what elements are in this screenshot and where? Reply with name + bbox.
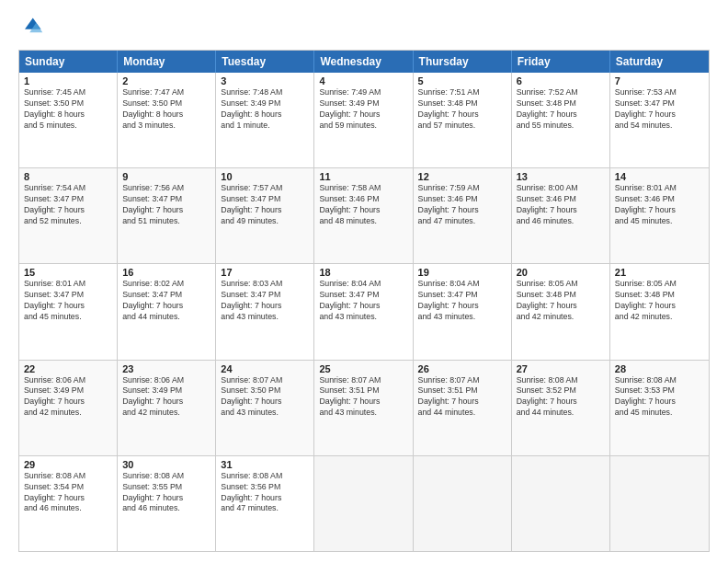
day-info: Sunrise: 8:00 AMSunset: 3:46 PMDaylight:…: [517, 183, 605, 227]
calendar-cell: 13Sunrise: 8:00 AMSunset: 3:46 PMDayligh…: [512, 168, 610, 263]
day-number: 30: [122, 459, 210, 470]
calendar-cell: [314, 456, 413, 551]
calendar-cell: 16Sunrise: 8:02 AMSunset: 3:47 PMDayligh…: [118, 264, 216, 359]
calendar-cell: 11Sunrise: 7:58 AMSunset: 3:46 PMDayligh…: [314, 168, 413, 263]
calendar-cell: 3Sunrise: 7:48 AMSunset: 3:49 PMDaylight…: [216, 73, 314, 167]
day-info: Sunrise: 7:59 AMSunset: 3:46 PMDaylight:…: [418, 183, 506, 227]
calendar-cell: 29Sunrise: 8:08 AMSunset: 3:54 PMDayligh…: [19, 456, 118, 551]
day-info: Sunrise: 8:07 AMSunset: 3:51 PMDaylight:…: [319, 375, 407, 419]
day-number: 6: [517, 75, 605, 86]
day-number: 22: [24, 363, 112, 374]
day-info: Sunrise: 8:05 AMSunset: 3:48 PMDaylight:…: [615, 279, 704, 323]
day-info: Sunrise: 8:08 AMSunset: 3:55 PMDaylight:…: [122, 471, 210, 515]
calendar-cell: 7Sunrise: 7:53 AMSunset: 3:47 PMDaylight…: [610, 73, 709, 167]
calendar-header-saturday: Saturday: [610, 51, 709, 73]
calendar: SundayMondayTuesdayWednesdayThursdayFrid…: [18, 50, 710, 552]
calendar-cell: 18Sunrise: 8:04 AMSunset: 3:47 PMDayligh…: [314, 264, 413, 359]
calendar-cell: 10Sunrise: 7:57 AMSunset: 3:47 PMDayligh…: [216, 168, 314, 263]
calendar-cell: 17Sunrise: 8:03 AMSunset: 3:47 PMDayligh…: [216, 264, 314, 359]
calendar-header-row: SundayMondayTuesdayWednesdayThursdayFrid…: [19, 51, 709, 73]
day-number: 29: [24, 459, 112, 470]
page: SundayMondayTuesdayWednesdayThursdayFrid…: [0, 0, 728, 563]
calendar-cell: 12Sunrise: 7:59 AMSunset: 3:46 PMDayligh…: [414, 168, 512, 263]
day-number: 25: [319, 363, 407, 374]
day-info: Sunrise: 8:07 AMSunset: 3:51 PMDaylight:…: [418, 375, 506, 419]
day-info: Sunrise: 8:06 AMSunset: 3:49 PMDaylight:…: [122, 375, 210, 419]
calendar-week-3: 15Sunrise: 8:01 AMSunset: 3:47 PMDayligh…: [19, 263, 709, 359]
calendar-header-tuesday: Tuesday: [216, 51, 314, 73]
calendar-cell: 15Sunrise: 8:01 AMSunset: 3:47 PMDayligh…: [19, 264, 118, 359]
day-info: Sunrise: 7:58 AMSunset: 3:46 PMDaylight:…: [319, 183, 407, 227]
calendar-cell: 14Sunrise: 8:01 AMSunset: 3:46 PMDayligh…: [610, 168, 709, 263]
day-number: 21: [615, 267, 704, 278]
day-info: Sunrise: 8:08 AMSunset: 3:54 PMDaylight:…: [24, 471, 112, 515]
calendar-body: 1Sunrise: 7:45 AMSunset: 3:50 PMDaylight…: [19, 73, 709, 551]
day-info: Sunrise: 8:08 AMSunset: 3:56 PMDaylight:…: [221, 471, 309, 515]
calendar-cell: 4Sunrise: 7:49 AMSunset: 3:49 PMDaylight…: [314, 73, 413, 167]
day-info: Sunrise: 7:56 AMSunset: 3:47 PMDaylight:…: [122, 183, 210, 227]
day-info: Sunrise: 8:08 AMSunset: 3:52 PMDaylight:…: [517, 375, 605, 419]
calendar-header-sunday: Sunday: [19, 51, 118, 73]
calendar-week-2: 8Sunrise: 7:54 AMSunset: 3:47 PMDaylight…: [19, 167, 709, 263]
day-number: 10: [221, 171, 309, 182]
calendar-cell: 28Sunrise: 8:08 AMSunset: 3:53 PMDayligh…: [610, 361, 709, 455]
day-number: 17: [221, 267, 309, 278]
day-info: Sunrise: 7:57 AMSunset: 3:47 PMDaylight:…: [221, 183, 309, 227]
calendar-cell: 20Sunrise: 8:05 AMSunset: 3:48 PMDayligh…: [512, 264, 610, 359]
day-info: Sunrise: 7:52 AMSunset: 3:48 PMDaylight:…: [517, 87, 605, 132]
calendar-cell: 23Sunrise: 8:06 AMSunset: 3:49 PMDayligh…: [118, 361, 216, 455]
day-number: 2: [122, 75, 210, 86]
calendar-cell: 1Sunrise: 7:45 AMSunset: 3:50 PMDaylight…: [19, 73, 118, 167]
calendar-header-friday: Friday: [512, 51, 610, 73]
day-number: 14: [615, 171, 704, 182]
day-number: 31: [221, 459, 309, 470]
calendar-cell: [414, 456, 512, 551]
day-number: 20: [517, 267, 605, 278]
day-info: Sunrise: 8:06 AMSunset: 3:49 PMDaylight:…: [24, 375, 112, 419]
day-info: Sunrise: 8:02 AMSunset: 3:47 PMDaylight:…: [122, 279, 210, 323]
day-info: Sunrise: 7:49 AMSunset: 3:49 PMDaylight:…: [319, 87, 407, 132]
day-number: 19: [418, 267, 506, 278]
day-info: Sunrise: 7:51 AMSunset: 3:48 PMDaylight:…: [418, 87, 506, 132]
calendar-cell: 21Sunrise: 8:05 AMSunset: 3:48 PMDayligh…: [610, 264, 709, 359]
day-info: Sunrise: 8:04 AMSunset: 3:47 PMDaylight:…: [319, 279, 407, 323]
day-number: 11: [319, 171, 407, 182]
calendar-week-4: 22Sunrise: 8:06 AMSunset: 3:49 PMDayligh…: [19, 360, 709, 455]
day-info: Sunrise: 8:05 AMSunset: 3:48 PMDaylight:…: [517, 279, 605, 323]
day-number: 1: [24, 75, 112, 86]
logo: [18, 15, 48, 40]
calendar-cell: 24Sunrise: 8:07 AMSunset: 3:50 PMDayligh…: [216, 361, 314, 455]
day-info: Sunrise: 7:45 AMSunset: 3:50 PMDaylight:…: [24, 87, 112, 132]
calendar-cell: [610, 456, 709, 551]
day-number: 23: [122, 363, 210, 374]
calendar-header-monday: Monday: [118, 51, 216, 73]
calendar-cell: 31Sunrise: 8:08 AMSunset: 3:56 PMDayligh…: [216, 456, 314, 551]
day-number: 16: [122, 267, 210, 278]
calendar-cell: 9Sunrise: 7:56 AMSunset: 3:47 PMDaylight…: [118, 168, 216, 263]
logo-icon: [18, 15, 44, 40]
day-info: Sunrise: 8:08 AMSunset: 3:53 PMDaylight:…: [615, 375, 704, 419]
day-info: Sunrise: 7:48 AMSunset: 3:49 PMDaylight:…: [221, 87, 309, 132]
calendar-cell: 22Sunrise: 8:06 AMSunset: 3:49 PMDayligh…: [19, 361, 118, 455]
day-number: 26: [418, 363, 506, 374]
day-number: 5: [418, 75, 506, 86]
calendar-cell: 5Sunrise: 7:51 AMSunset: 3:48 PMDaylight…: [414, 73, 512, 167]
calendar-cell: 6Sunrise: 7:52 AMSunset: 3:48 PMDaylight…: [512, 73, 610, 167]
calendar-cell: 25Sunrise: 8:07 AMSunset: 3:51 PMDayligh…: [314, 361, 413, 455]
day-number: 24: [221, 363, 309, 374]
calendar-header-thursday: Thursday: [414, 51, 512, 73]
calendar-week-1: 1Sunrise: 7:45 AMSunset: 3:50 PMDaylight…: [19, 73, 709, 167]
day-number: 27: [517, 363, 605, 374]
day-number: 13: [517, 171, 605, 182]
calendar-cell: 27Sunrise: 8:08 AMSunset: 3:52 PMDayligh…: [512, 361, 610, 455]
day-info: Sunrise: 8:01 AMSunset: 3:47 PMDaylight:…: [24, 279, 112, 323]
day-number: 4: [319, 75, 407, 86]
day-info: Sunrise: 8:03 AMSunset: 3:47 PMDaylight:…: [221, 279, 309, 323]
day-number: 18: [319, 267, 407, 278]
day-info: Sunrise: 7:53 AMSunset: 3:47 PMDaylight:…: [615, 87, 704, 132]
calendar-cell: 19Sunrise: 8:04 AMSunset: 3:47 PMDayligh…: [414, 264, 512, 359]
calendar-cell: 30Sunrise: 8:08 AMSunset: 3:55 PMDayligh…: [118, 456, 216, 551]
day-number: 28: [615, 363, 704, 374]
calendar-cell: [512, 456, 610, 551]
day-number: 8: [24, 171, 112, 182]
